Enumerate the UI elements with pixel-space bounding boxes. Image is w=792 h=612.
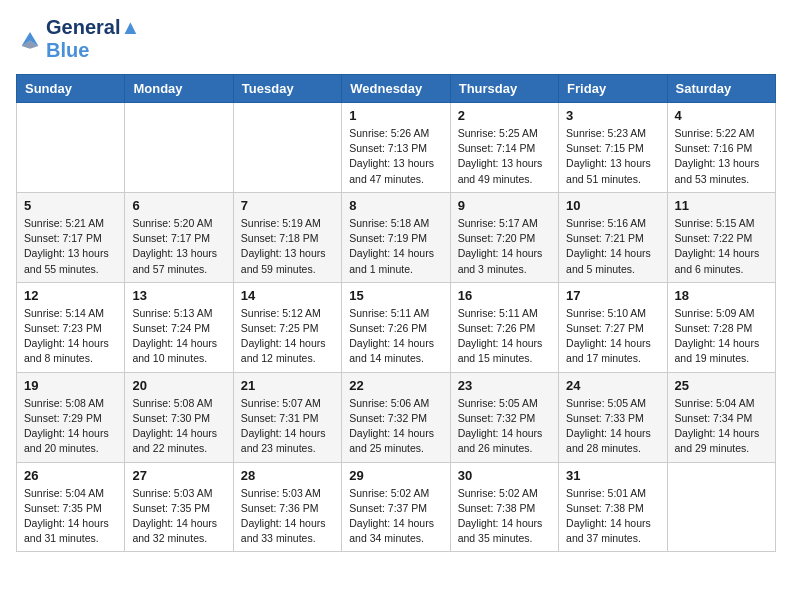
calendar-cell: 13Sunrise: 5:13 AMSunset: 7:24 PMDayligh… (125, 282, 233, 372)
day-info: Sunrise: 5:09 AMSunset: 7:28 PMDaylight:… (675, 306, 768, 367)
day-info: Sunrise: 5:05 AMSunset: 7:33 PMDaylight:… (566, 396, 659, 457)
calendar-cell: 14Sunrise: 5:12 AMSunset: 7:25 PMDayligh… (233, 282, 341, 372)
day-number: 19 (24, 378, 117, 393)
day-number: 4 (675, 108, 768, 123)
day-number: 12 (24, 288, 117, 303)
calendar-cell: 19Sunrise: 5:08 AMSunset: 7:29 PMDayligh… (17, 372, 125, 462)
day-info: Sunrise: 5:01 AMSunset: 7:38 PMDaylight:… (566, 486, 659, 547)
day-info: Sunrise: 5:22 AMSunset: 7:16 PMDaylight:… (675, 126, 768, 187)
calendar-cell: 3Sunrise: 5:23 AMSunset: 7:15 PMDaylight… (559, 103, 667, 193)
day-number: 17 (566, 288, 659, 303)
weekday-header-thursday: Thursday (450, 75, 558, 103)
day-info: Sunrise: 5:06 AMSunset: 7:32 PMDaylight:… (349, 396, 442, 457)
day-info: Sunrise: 5:02 AMSunset: 7:37 PMDaylight:… (349, 486, 442, 547)
day-info: Sunrise: 5:08 AMSunset: 7:29 PMDaylight:… (24, 396, 117, 457)
day-number: 27 (132, 468, 225, 483)
day-number: 13 (132, 288, 225, 303)
day-info: Sunrise: 5:04 AMSunset: 7:35 PMDaylight:… (24, 486, 117, 547)
day-number: 6 (132, 198, 225, 213)
day-info: Sunrise: 5:08 AMSunset: 7:30 PMDaylight:… (132, 396, 225, 457)
calendar-cell: 10Sunrise: 5:16 AMSunset: 7:21 PMDayligh… (559, 192, 667, 282)
calendar-cell: 22Sunrise: 5:06 AMSunset: 7:32 PMDayligh… (342, 372, 450, 462)
day-number: 5 (24, 198, 117, 213)
day-info: Sunrise: 5:16 AMSunset: 7:21 PMDaylight:… (566, 216, 659, 277)
calendar-cell: 5Sunrise: 5:21 AMSunset: 7:17 PMDaylight… (17, 192, 125, 282)
day-info: Sunrise: 5:02 AMSunset: 7:38 PMDaylight:… (458, 486, 551, 547)
day-info: Sunrise: 5:13 AMSunset: 7:24 PMDaylight:… (132, 306, 225, 367)
day-info: Sunrise: 5:25 AMSunset: 7:14 PMDaylight:… (458, 126, 551, 187)
day-number: 7 (241, 198, 334, 213)
day-number: 3 (566, 108, 659, 123)
calendar-cell (17, 103, 125, 193)
calendar-cell: 17Sunrise: 5:10 AMSunset: 7:27 PMDayligh… (559, 282, 667, 372)
weekday-header-wednesday: Wednesday (342, 75, 450, 103)
day-info: Sunrise: 5:23 AMSunset: 7:15 PMDaylight:… (566, 126, 659, 187)
week-row-4: 19Sunrise: 5:08 AMSunset: 7:29 PMDayligh… (17, 372, 776, 462)
day-number: 23 (458, 378, 551, 393)
day-number: 1 (349, 108, 442, 123)
day-number: 15 (349, 288, 442, 303)
day-number: 29 (349, 468, 442, 483)
day-info: Sunrise: 5:03 AMSunset: 7:35 PMDaylight:… (132, 486, 225, 547)
day-number: 20 (132, 378, 225, 393)
calendar-cell: 30Sunrise: 5:02 AMSunset: 7:38 PMDayligh… (450, 462, 558, 552)
day-info: Sunrise: 5:20 AMSunset: 7:17 PMDaylight:… (132, 216, 225, 277)
day-info: Sunrise: 5:03 AMSunset: 7:36 PMDaylight:… (241, 486, 334, 547)
week-row-3: 12Sunrise: 5:14 AMSunset: 7:23 PMDayligh… (17, 282, 776, 372)
weekday-header-friday: Friday (559, 75, 667, 103)
calendar-cell: 6Sunrise: 5:20 AMSunset: 7:17 PMDaylight… (125, 192, 233, 282)
day-number: 26 (24, 468, 117, 483)
day-info: Sunrise: 5:11 AMSunset: 7:26 PMDaylight:… (458, 306, 551, 367)
calendar-cell: 8Sunrise: 5:18 AMSunset: 7:19 PMDaylight… (342, 192, 450, 282)
day-number: 9 (458, 198, 551, 213)
calendar-cell: 11Sunrise: 5:15 AMSunset: 7:22 PMDayligh… (667, 192, 775, 282)
calendar-cell: 18Sunrise: 5:09 AMSunset: 7:28 PMDayligh… (667, 282, 775, 372)
calendar-cell: 31Sunrise: 5:01 AMSunset: 7:38 PMDayligh… (559, 462, 667, 552)
day-number: 2 (458, 108, 551, 123)
weekday-header-sunday: Sunday (17, 75, 125, 103)
calendar-cell: 4Sunrise: 5:22 AMSunset: 7:16 PMDaylight… (667, 103, 775, 193)
day-number: 24 (566, 378, 659, 393)
day-info: Sunrise: 5:26 AMSunset: 7:13 PMDaylight:… (349, 126, 442, 187)
day-number: 25 (675, 378, 768, 393)
day-info: Sunrise: 5:15 AMSunset: 7:22 PMDaylight:… (675, 216, 768, 277)
calendar-cell: 7Sunrise: 5:19 AMSunset: 7:18 PMDaylight… (233, 192, 341, 282)
day-info: Sunrise: 5:17 AMSunset: 7:20 PMDaylight:… (458, 216, 551, 277)
day-number: 18 (675, 288, 768, 303)
day-info: Sunrise: 5:21 AMSunset: 7:17 PMDaylight:… (24, 216, 117, 277)
day-number: 28 (241, 468, 334, 483)
week-row-5: 26Sunrise: 5:04 AMSunset: 7:35 PMDayligh… (17, 462, 776, 552)
day-number: 14 (241, 288, 334, 303)
day-number: 11 (675, 198, 768, 213)
day-info: Sunrise: 5:07 AMSunset: 7:31 PMDaylight:… (241, 396, 334, 457)
day-info: Sunrise: 5:05 AMSunset: 7:32 PMDaylight:… (458, 396, 551, 457)
logo: General▲ Blue (16, 16, 140, 62)
calendar-cell: 2Sunrise: 5:25 AMSunset: 7:14 PMDaylight… (450, 103, 558, 193)
day-info: Sunrise: 5:10 AMSunset: 7:27 PMDaylight:… (566, 306, 659, 367)
calendar-cell: 29Sunrise: 5:02 AMSunset: 7:37 PMDayligh… (342, 462, 450, 552)
day-info: Sunrise: 5:04 AMSunset: 7:34 PMDaylight:… (675, 396, 768, 457)
calendar-cell: 15Sunrise: 5:11 AMSunset: 7:26 PMDayligh… (342, 282, 450, 372)
calendar-cell: 28Sunrise: 5:03 AMSunset: 7:36 PMDayligh… (233, 462, 341, 552)
header: General▲ Blue (16, 16, 776, 62)
calendar-table: SundayMondayTuesdayWednesdayThursdayFrid… (16, 74, 776, 552)
day-info: Sunrise: 5:18 AMSunset: 7:19 PMDaylight:… (349, 216, 442, 277)
day-number: 21 (241, 378, 334, 393)
calendar-cell: 21Sunrise: 5:07 AMSunset: 7:31 PMDayligh… (233, 372, 341, 462)
calendar-cell: 23Sunrise: 5:05 AMSunset: 7:32 PMDayligh… (450, 372, 558, 462)
calendar-cell (233, 103, 341, 193)
logo-text: General▲ Blue (46, 16, 140, 62)
calendar-cell: 26Sunrise: 5:04 AMSunset: 7:35 PMDayligh… (17, 462, 125, 552)
day-number: 16 (458, 288, 551, 303)
calendar-cell: 24Sunrise: 5:05 AMSunset: 7:33 PMDayligh… (559, 372, 667, 462)
day-number: 22 (349, 378, 442, 393)
day-number: 30 (458, 468, 551, 483)
day-number: 31 (566, 468, 659, 483)
calendar-cell: 20Sunrise: 5:08 AMSunset: 7:30 PMDayligh… (125, 372, 233, 462)
weekday-header-row: SundayMondayTuesdayWednesdayThursdayFrid… (17, 75, 776, 103)
calendar-cell (667, 462, 775, 552)
calendar-cell: 16Sunrise: 5:11 AMSunset: 7:26 PMDayligh… (450, 282, 558, 372)
day-info: Sunrise: 5:12 AMSunset: 7:25 PMDaylight:… (241, 306, 334, 367)
weekday-header-tuesday: Tuesday (233, 75, 341, 103)
week-row-1: 1Sunrise: 5:26 AMSunset: 7:13 PMDaylight… (17, 103, 776, 193)
